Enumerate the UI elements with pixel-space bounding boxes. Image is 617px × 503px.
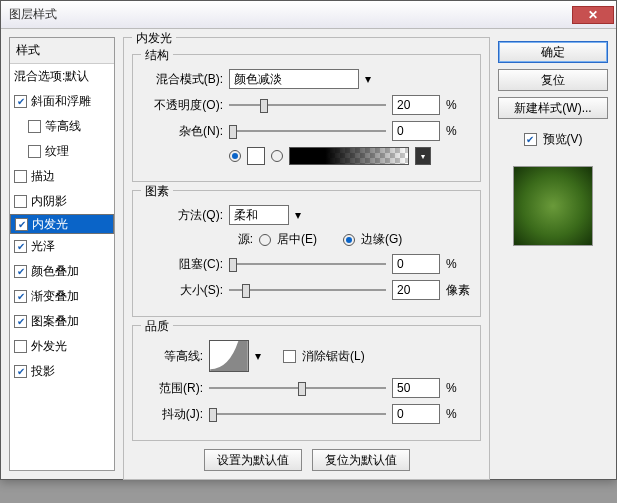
elements-group: 图素 方法(Q): 柔和 ▾ 源: 居中(E) 边缘(G) xyxy=(132,190,481,317)
range-slider[interactable] xyxy=(209,380,386,396)
source-center-label: 居中(E) xyxy=(277,231,317,248)
style-item-label: 斜面和浮雕 xyxy=(31,93,91,110)
style-item-checkbox[interactable] xyxy=(14,340,27,353)
style-item-1[interactable]: 等高线 xyxy=(10,114,114,139)
action-panel: 确定 复位 新建样式(W)... 预览(V) xyxy=(498,37,608,471)
style-item-label: 图案叠加 xyxy=(31,313,79,330)
style-item-checkbox[interactable] xyxy=(14,265,27,278)
opacity-unit: % xyxy=(446,98,470,112)
style-item-6[interactable]: 光泽 xyxy=(10,234,114,259)
style-item-checkbox[interactable] xyxy=(14,365,27,378)
blend-options-label: 混合选项:默认 xyxy=(14,68,89,85)
size-slider[interactable] xyxy=(229,282,386,298)
titlebar: 图层样式 ✕ xyxy=(1,1,616,29)
quality-group: 品质 等高线: ▾ 消除锯齿(L) 范围(R): xyxy=(132,325,481,441)
close-icon: ✕ xyxy=(588,8,598,22)
style-item-8[interactable]: 渐变叠加 xyxy=(10,284,114,309)
antialias-checkbox[interactable] xyxy=(283,350,296,363)
elements-title: 图素 xyxy=(141,183,173,200)
ok-button[interactable]: 确定 xyxy=(498,41,608,63)
gradient-dropdown[interactable]: ▾ xyxy=(415,147,431,165)
dialog-title: 图层样式 xyxy=(9,6,572,23)
style-item-checkbox[interactable] xyxy=(14,290,27,303)
structure-group: 结构 混合模式(B): 颜色减淡 ▾ 不透明度(O): % xyxy=(132,54,481,182)
style-item-checkbox[interactable] xyxy=(14,240,27,253)
structure-title: 结构 xyxy=(141,47,173,64)
style-item-9[interactable]: 图案叠加 xyxy=(10,309,114,334)
chevron-down-icon: ▾ xyxy=(365,72,371,86)
style-item-11[interactable]: 投影 xyxy=(10,359,114,384)
source-edge-radio[interactable] xyxy=(343,234,355,246)
range-label: 范围(R): xyxy=(143,380,203,397)
jitter-label: 抖动(J): xyxy=(143,406,203,423)
noise-unit: % xyxy=(446,124,470,138)
style-item-10[interactable]: 外发光 xyxy=(10,334,114,359)
layer-style-dialog: 图层样式 ✕ 样式 混合选项:默认 斜面和浮雕等高线纹理描边内阴影内发光光泽颜色… xyxy=(0,0,617,480)
gradient-radio[interactable] xyxy=(271,150,283,162)
color-swatch[interactable] xyxy=(247,147,265,165)
style-item-checkbox[interactable] xyxy=(14,315,27,328)
blend-mode-select[interactable]: 颜色减淡 xyxy=(229,69,359,89)
style-item-label: 颜色叠加 xyxy=(31,263,79,280)
style-item-4[interactable]: 内阴影 xyxy=(10,189,114,214)
range-field[interactable] xyxy=(392,378,440,398)
choke-unit: % xyxy=(446,257,470,271)
size-unit: 像素 xyxy=(446,282,470,299)
style-item-label: 外发光 xyxy=(31,338,67,355)
chevron-down-icon: ▾ xyxy=(295,208,301,222)
range-unit: % xyxy=(446,381,470,395)
style-item-checkbox[interactable] xyxy=(28,120,41,133)
style-item-label: 纹理 xyxy=(45,143,69,160)
opacity-slider[interactable] xyxy=(229,97,386,113)
jitter-slider[interactable] xyxy=(209,406,386,422)
style-item-checkbox[interactable] xyxy=(14,170,27,183)
style-item-checkbox[interactable] xyxy=(14,195,27,208)
choke-label: 阻塞(C): xyxy=(143,256,223,273)
contour-picker[interactable] xyxy=(209,340,249,372)
color-radio[interactable] xyxy=(229,150,241,162)
style-item-label: 描边 xyxy=(31,168,55,185)
source-edge-label: 边缘(G) xyxy=(361,231,402,248)
settings-panel: 内发光 结构 混合模式(B): 颜色减淡 ▾ 不透明度(O): % xyxy=(123,37,490,471)
style-item-3[interactable]: 描边 xyxy=(10,164,114,189)
preview-label: 预览(V) xyxy=(543,131,583,148)
opacity-field[interactable] xyxy=(392,95,440,115)
contour-label: 等高线: xyxy=(143,348,203,365)
choke-field[interactable] xyxy=(392,254,440,274)
style-list: 样式 混合选项:默认 斜面和浮雕等高线纹理描边内阴影内发光光泽颜色叠加渐变叠加图… xyxy=(9,37,115,471)
style-item-checkbox[interactable] xyxy=(28,145,41,158)
reset-default-button[interactable]: 复位为默认值 xyxy=(312,449,410,471)
preview-checkbox[interactable] xyxy=(524,133,537,146)
new-style-button[interactable]: 新建样式(W)... xyxy=(498,97,608,119)
blend-options-row[interactable]: 混合选项:默认 xyxy=(10,64,114,89)
jitter-field[interactable] xyxy=(392,404,440,424)
size-field[interactable] xyxy=(392,280,440,300)
style-item-7[interactable]: 颜色叠加 xyxy=(10,259,114,284)
style-item-checkbox[interactable] xyxy=(14,95,27,108)
close-button[interactable]: ✕ xyxy=(572,6,614,24)
choke-slider[interactable] xyxy=(229,256,386,272)
make-default-button[interactable]: 设置为默认值 xyxy=(204,449,302,471)
style-item-5[interactable]: 内发光 xyxy=(10,214,114,234)
jitter-unit: % xyxy=(446,407,470,421)
style-item-2[interactable]: 纹理 xyxy=(10,139,114,164)
style-item-label: 渐变叠加 xyxy=(31,288,79,305)
panel-title: 内发光 xyxy=(132,30,176,47)
antialias-label: 消除锯齿(L) xyxy=(302,348,365,365)
gradient-picker[interactable] xyxy=(289,147,409,165)
quality-title: 品质 xyxy=(141,318,173,335)
cancel-button[interactable]: 复位 xyxy=(498,69,608,91)
source-center-radio[interactable] xyxy=(259,234,271,246)
style-item-checkbox[interactable] xyxy=(15,218,28,231)
style-item-label: 光泽 xyxy=(31,238,55,255)
chevron-down-icon: ▾ xyxy=(255,349,261,363)
noise-label: 杂色(N): xyxy=(143,123,223,140)
size-label: 大小(S): xyxy=(143,282,223,299)
style-item-label: 内阴影 xyxy=(31,193,67,210)
technique-select[interactable]: 柔和 xyxy=(229,205,289,225)
noise-slider[interactable] xyxy=(229,123,386,139)
noise-field[interactable] xyxy=(392,121,440,141)
opacity-label: 不透明度(O): xyxy=(143,97,223,114)
style-item-0[interactable]: 斜面和浮雕 xyxy=(10,89,114,114)
style-list-header: 样式 xyxy=(10,38,114,64)
